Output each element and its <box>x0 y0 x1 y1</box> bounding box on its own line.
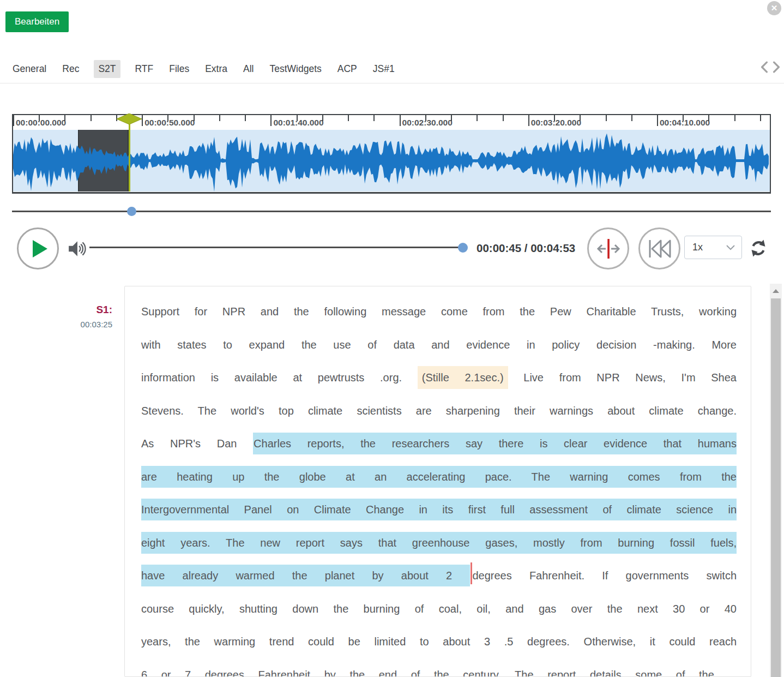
ruler-minor-tick <box>708 115 709 121</box>
tab-scroll-controls <box>760 61 781 73</box>
transcript-editor[interactable]: Support for NPR and the following messag… <box>125 286 751 677</box>
ruler-minor-tick <box>760 115 761 121</box>
ruler-minor-tick <box>194 115 195 121</box>
total-time: 00:04:53 <box>530 242 575 254</box>
jump-to-cursor-button[interactable] <box>587 227 629 269</box>
ruler-minor-tick <box>39 115 40 121</box>
transcript-panel: Support for NPR and the following messag… <box>124 286 751 677</box>
playback-speed-value: 1x <box>692 242 726 253</box>
ruler-minor-tick <box>167 115 168 121</box>
waveform-panel: 00:00:00.00000:00:50.00000:01:40.00000:0… <box>12 114 771 194</box>
ruler-minor-tick <box>580 115 581 121</box>
speaker-volume-icon[interactable] <box>68 239 88 260</box>
tab-s2t[interactable]: S2T <box>94 60 120 78</box>
ruler-major-tick <box>400 115 401 126</box>
tab-rtf[interactable]: RTF <box>134 60 155 78</box>
tab-extra[interactable]: Extra <box>204 60 228 78</box>
volume-slider-handle[interactable] <box>458 243 468 253</box>
speaker-column: S1: 00:03:25 <box>22 304 112 329</box>
tab-bar: GeneralRecS2TRTFFilesExtraAllTestWidgets… <box>11 59 396 79</box>
waveform-scrollbar-track[interactable] <box>12 211 771 212</box>
tabs-divider <box>0 83 784 83</box>
ruler-minor-tick <box>451 115 452 121</box>
s2t-editor-window: ✕ Bearbeiten GeneralRecS2TRTFFilesExtraA… <box>0 0 784 677</box>
playhead-marker-icon[interactable] <box>117 113 142 124</box>
highlighted-transcript-segment: Charles reports, the researchers say the… <box>141 433 737 586</box>
ruler-time-label: 00:00:00.000 <box>16 118 66 128</box>
tab-files[interactable]: Files <box>168 60 190 78</box>
ruler-minor-tick <box>606 115 607 121</box>
ruler-major-tick <box>13 115 14 126</box>
scrollbar-thumb[interactable] <box>771 298 781 677</box>
play-icon <box>33 240 47 257</box>
ruler-time-label: 00:04:10.000 <box>660 118 710 128</box>
transcript-scrollbar[interactable] <box>770 284 782 677</box>
playback-speed-select[interactable]: 1x <box>684 236 742 259</box>
tab-testwidgets[interactable]: TestWidgets <box>268 60 322 78</box>
ruler-minor-tick <box>425 115 426 121</box>
ruler-time-label: 00:03:20.000 <box>531 118 581 128</box>
audio-waveform <box>13 130 770 191</box>
play-button[interactable] <box>17 227 59 269</box>
ruler-minor-tick <box>554 115 555 121</box>
tab-acp[interactable]: ACP <box>336 60 358 78</box>
ruler-minor-tick <box>348 115 349 121</box>
ruler-time-label: 00:01:40.000 <box>273 118 323 128</box>
scroll-up-arrow-icon <box>773 289 779 293</box>
ruler-time-label: 00:02:30.000 <box>402 118 453 128</box>
jump-to-cursor-icon <box>595 237 622 261</box>
tab-js-1[interactable]: JS#1 <box>372 60 396 78</box>
chevron-down-icon <box>726 245 735 250</box>
tab-general[interactable]: General <box>11 60 47 78</box>
ruler-minor-tick <box>91 115 92 121</box>
chevron-right-icon[interactable] <box>772 61 781 73</box>
tab-rec[interactable]: Rec <box>61 60 80 78</box>
ruler-major-tick <box>657 115 658 126</box>
refresh-icon[interactable] <box>749 239 768 260</box>
ruler-minor-tick <box>734 115 735 121</box>
ruler-minor-tick <box>322 115 323 121</box>
ruler-minor-tick <box>297 115 298 121</box>
skip-to-start-button[interactable] <box>638 227 680 269</box>
edit-button[interactable]: Bearbeiten <box>5 11 69 32</box>
ruler-minor-tick <box>631 115 632 121</box>
skip-to-start-icon <box>648 239 672 259</box>
close-icon[interactable]: ✕ <box>767 1 781 15</box>
ruler-minor-tick <box>64 115 65 121</box>
ruler-minor-tick <box>373 115 375 121</box>
ruler-minor-tick <box>683 115 684 121</box>
volume-slider-track[interactable] <box>89 247 460 248</box>
speaker-timestamp: 00:03:25 <box>22 320 112 329</box>
ruler-major-tick <box>270 115 272 126</box>
time-display: 00:00:45 / 00:04:53 <box>477 242 575 255</box>
tab-all[interactable]: All <box>242 60 255 78</box>
ruler-minor-tick <box>477 115 478 121</box>
time-separator: / <box>521 242 530 254</box>
waveform-scrollbar-handle[interactable] <box>127 207 136 216</box>
silence-marker[interactable]: (Stille 2.1sec.) <box>418 366 508 389</box>
ruler-major-tick <box>142 115 143 126</box>
ruler-time-label: 00:00:50.000 <box>144 118 195 128</box>
speaker-label[interactable]: S1: <box>22 304 112 316</box>
playhead-line[interactable] <box>129 123 130 191</box>
ruler-minor-tick <box>219 115 220 121</box>
waveform-display[interactable] <box>13 130 770 191</box>
ruler-minor-tick <box>503 115 504 121</box>
ruler-major-tick <box>528 115 529 126</box>
scroll-up-button[interactable] <box>770 284 782 298</box>
current-time: 00:00:45 <box>477 242 521 254</box>
chevron-left-icon[interactable] <box>760 61 769 73</box>
ruler-minor-tick <box>245 115 246 121</box>
